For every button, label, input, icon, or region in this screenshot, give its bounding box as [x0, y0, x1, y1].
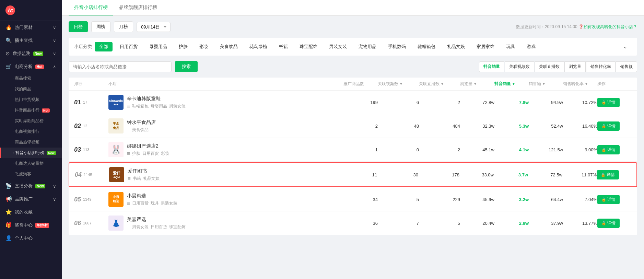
rank-change: 17: [83, 100, 87, 104]
cat-btn-baby[interactable]: 母婴用品: [145, 42, 172, 51]
cart-icon: 🛒: [5, 63, 12, 70]
hot-badge-sub: Hot: [42, 108, 50, 113]
sidebar-sub-product-search[interactable]: · 商品搜索: [0, 73, 62, 84]
th-related-live[interactable]: 关联直播数▼: [419, 81, 460, 87]
sort-related-live[interactable]: 关联直播数: [535, 61, 564, 72]
sidebar-item-my-favorites[interactable]: ⭐ 我的收藏: [0, 206, 62, 219]
sidebar-sub-kol-sales[interactable]: · 电商达人销量榜: [0, 158, 62, 169]
cat-btn-pet[interactable]: 宠物用品: [354, 42, 381, 51]
conversion-cell: 11.07%: [562, 172, 597, 177]
shop-cell: 爱仟AQNI 爱仟图书 ☰ 书籍 礼品文娱: [109, 167, 343, 182]
th-douyin-sales[interactable]: 抖音销量▼: [494, 81, 529, 87]
cat-btn-clothing[interactable]: 男装女装: [325, 42, 351, 51]
detail-button[interactable]: 🔒 详情: [597, 145, 620, 154]
sidebar-item-rewards[interactable]: 🎁 奖赏中心 年付6折: [0, 219, 62, 232]
sort-douyin-sales[interactable]: 抖音销量: [479, 61, 504, 72]
conversion-cell: 16.40%: [563, 124, 597, 129]
sidebar-sub-shop-rank[interactable]: · 抖音小店排行榜 New: [0, 148, 62, 158]
tag-icon: ☰: [127, 201, 130, 205]
sidebar-item-hot-material[interactable]: 🔥 热门素材 ∨: [0, 21, 62, 34]
detail-button[interactable]: 🔒 详情: [597, 195, 620, 204]
sidebar-sub-feilv[interactable]: · 飞虎淘客: [0, 169, 62, 179]
period-week-btn[interactable]: 周榜: [91, 21, 110, 32]
cat-btn-home[interactable]: 家居家饰: [472, 42, 499, 51]
douyin-sales-cell: 4.1w: [494, 147, 529, 152]
help-link[interactable]: ❓如何发现高转化的抖音小店？: [578, 24, 637, 29]
cat-btn-daily[interactable]: 日用百货: [115, 42, 142, 51]
shop-info: 小晨精选 ☰ 日用百货 玩具 男装女装: [127, 193, 177, 206]
sidebar-sub-product-rank[interactable]: · 抖音商品排行 Hot: [0, 105, 62, 116]
shop-logo: 👗: [108, 216, 124, 231]
th-action: 操作: [597, 81, 632, 87]
cat-btn-jewelry[interactable]: 珠宝配饰: [295, 42, 322, 51]
sidebar-sub-ecom-video-rank[interactable]: · 电商视频排行: [0, 126, 62, 137]
shop-logo: 平永食品: [108, 118, 124, 133]
promo-products-cell: 1: [343, 147, 378, 152]
date-select[interactable]: 09月14日: [137, 22, 171, 32]
cat-btn-books[interactable]: 书籍: [274, 42, 292, 51]
th-views[interactable]: 浏览量▼: [460, 81, 494, 87]
hot-badge: Hot: [35, 65, 44, 69]
sort-conversion[interactable]: 销售转化率: [586, 61, 616, 72]
sidebar-item-anchor-search[interactable]: 🔍 播主查找 ∨: [0, 34, 62, 47]
rank-cell: 01 17: [74, 99, 108, 106]
tabs-bar: 抖音小店排行榜 品牌旗舰店排行榜: [62, 0, 644, 16]
views-cell: 32.3w: [460, 124, 494, 129]
detail-button[interactable]: 🔒 详情: [597, 170, 619, 179]
th-sales-amount[interactable]: 销售额▼: [529, 81, 563, 87]
search-button[interactable]: 搜索: [175, 61, 198, 72]
detail-button[interactable]: 🔒 详情: [597, 219, 620, 228]
th-conversion[interactable]: 销售转化率▼: [563, 81, 597, 87]
related-videos-cell: 48: [378, 124, 419, 129]
shop-logo: 小晨精选: [108, 192, 124, 207]
rank-change: 1667: [83, 221, 91, 225]
sidebar-item-ecom-analysis[interactable]: 🛒 电商分析 Hot ∧: [0, 60, 62, 73]
shop-tags: ☰ 日用百货 玩具 男装女装: [127, 200, 177, 206]
rank-cell: 04 1145: [75, 171, 109, 178]
cat-btn-digital[interactable]: 手机数码: [384, 42, 410, 51]
table-row: 02 12 平永食品 钟永平食品店 ☰ 美食饮品 2 48 484 32.3w …: [69, 114, 637, 138]
lock-icon: 🔒: [601, 124, 606, 128]
sidebar-sub-realtime-rank[interactable]: · 实时爆款商品榜: [0, 116, 62, 126]
cat-btn-skincare[interactable]: 护肤: [174, 42, 192, 51]
cat-btn-toys[interactable]: 玩具: [502, 42, 519, 51]
cat-btn-bags[interactable]: 鞋帽箱包: [413, 42, 440, 51]
related-videos-cell: 7: [378, 221, 419, 226]
tag-icon: ☰: [128, 177, 131, 181]
sidebar-item-profile[interactable]: 👤 个人中心: [0, 232, 62, 245]
sidebar-item-brand-promo[interactable]: 📢 品牌推广 ∨: [0, 193, 62, 206]
cat-btn-flower[interactable]: 花鸟绿植: [245, 42, 272, 51]
cat-btn-food[interactable]: 美食饮品: [215, 42, 242, 51]
period-day-btn[interactable]: 日榜: [69, 21, 88, 32]
shop-name: 钟永平食品店: [127, 119, 156, 126]
table-row-inner: 05 1349 小晨精选 小晨精选 ☰ 日用百货 玩具 男装女装 34 5 22…: [69, 188, 637, 211]
cat-btn-gifts[interactable]: 礼品文娱: [443, 42, 469, 51]
cat-btn-all[interactable]: 全部: [95, 42, 113, 51]
shop-cell: 平永食品 钟永平食品店 ☰ 美食饮品: [108, 118, 343, 133]
period-month-btn[interactable]: 月榜: [114, 21, 133, 32]
sidebar-item-data-monitor[interactable]: ⊙ 数据监测 New ∨: [0, 47, 62, 60]
sidebar: At 🔥 热门素材 ∨ 🔍 播主查找 ∨ ⊙ 数据监测 New ∨ 🛒 电商分析…: [0, 0, 62, 279]
action-cell: 🔒 详情: [597, 145, 632, 154]
th-related-videos[interactable]: 关联视频数▼: [378, 81, 419, 87]
sidebar-sub-my-products[interactable]: · 我的商品: [0, 84, 62, 94]
sort-views[interactable]: 浏览量: [564, 61, 586, 72]
cat-btn-games[interactable]: 游戏: [522, 42, 540, 51]
shop-info: 娜娜姐严选店2 ☰ 护肤 日用百货 彩妆: [127, 143, 169, 156]
sort-sales-amount[interactable]: 销售额: [616, 61, 637, 72]
table-row-inner: 06 1667 👗 美嘉严选 ☰ 男装女装 日用百货 珠宝配饰 36 7 5 2…: [69, 211, 637, 235]
tab-shop-rank[interactable]: 抖音小店排行榜: [69, 0, 113, 15]
cat-more-btn[interactable]: ⌄: [619, 43, 632, 51]
tab-brand-rank[interactable]: 品牌旗舰店排行榜: [113, 0, 163, 15]
search-input[interactable]: [69, 61, 172, 72]
sort-related-videos[interactable]: 关联视频数: [505, 61, 534, 72]
sidebar-sub-product-review[interactable]: · 商品热评视频: [0, 137, 62, 148]
action-cell: 🔒 详情: [597, 195, 632, 204]
sales-amount-cell: 94.9w: [529, 100, 563, 105]
sidebar-sub-hot-videos[interactable]: · 热门带货视频: [0, 94, 62, 105]
cat-btn-makeup[interactable]: 彩妆: [195, 42, 213, 51]
sidebar-item-live-analysis[interactable]: 📡 直播分析 New ∨: [0, 179, 62, 193]
detail-button[interactable]: 🔒 详情: [597, 121, 620, 131]
shop-name: 娜娜姐严选店2: [127, 143, 169, 149]
detail-button[interactable]: 🔒 详情: [597, 98, 620, 107]
